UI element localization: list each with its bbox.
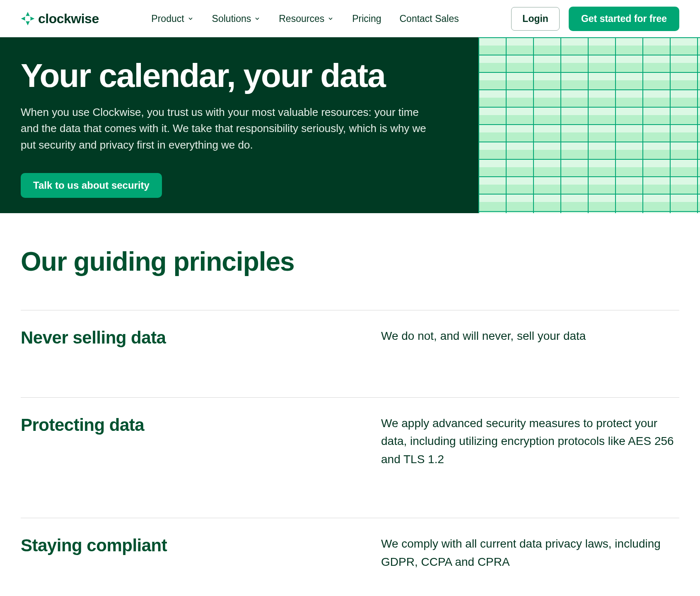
principle-row: Never selling data We do not, and will n… xyxy=(21,310,679,397)
top-nav: clockwise Product Solutions Resources Pr… xyxy=(0,0,700,37)
get-started-button[interactable]: Get started for free xyxy=(569,7,679,31)
principle-row: Staying compliant We comply with all cur… xyxy=(21,518,679,596)
nav-left: clockwise xyxy=(21,11,99,26)
nav-item-pricing[interactable]: Pricing xyxy=(352,13,381,24)
hero-content: Your calendar, your data When you use Cl… xyxy=(0,37,478,213)
principle-body: We comply with all current data privacy … xyxy=(381,535,679,571)
principle-title: Protecting data xyxy=(21,414,356,468)
nav-item-label: Product xyxy=(151,13,184,24)
nav-item-solutions[interactable]: Solutions xyxy=(212,13,261,24)
principle-body: We apply advanced security measures to p… xyxy=(381,414,679,468)
talk-security-button[interactable]: Talk to us about security xyxy=(21,173,162,198)
section-heading: Our guiding principles xyxy=(21,246,679,277)
nav-item-label: Solutions xyxy=(212,13,251,24)
guiding-principles-section: Our guiding principles Never selling dat… xyxy=(0,213,700,596)
chevron-down-icon xyxy=(254,13,261,24)
hero-title: Your calendar, your data xyxy=(21,59,458,93)
chevron-down-icon xyxy=(327,13,334,24)
principle-body: We do not, and will never, sell your dat… xyxy=(381,327,679,348)
nav-center: Product Solutions Resources Pricing Cont… xyxy=(151,13,459,24)
nav-item-product[interactable]: Product xyxy=(151,13,193,24)
nav-item-label: Pricing xyxy=(352,13,381,24)
brand-logo[interactable]: clockwise xyxy=(21,11,99,26)
login-button[interactable]: Login xyxy=(511,7,560,31)
nav-right: Login Get started for free xyxy=(511,7,679,31)
principle-title: Never selling data xyxy=(21,327,356,348)
principle-row: Protecting data We apply advanced securi… xyxy=(21,397,679,518)
brand-name: clockwise xyxy=(38,11,99,26)
nav-item-label: Contact Sales xyxy=(399,13,459,24)
chevron-down-icon xyxy=(187,13,194,24)
nav-item-resources[interactable]: Resources xyxy=(279,13,334,24)
hero: Your calendar, your data When you use Cl… xyxy=(0,37,700,213)
hero-calendar-grid-illustration xyxy=(478,37,700,213)
nav-item-label: Resources xyxy=(279,13,324,24)
clockwise-logo-icon xyxy=(21,12,35,26)
principle-title: Staying compliant xyxy=(21,535,356,571)
nav-item-contact-sales[interactable]: Contact Sales xyxy=(399,13,459,24)
hero-subtitle: When you use Clockwise, you trust us wit… xyxy=(21,104,435,154)
